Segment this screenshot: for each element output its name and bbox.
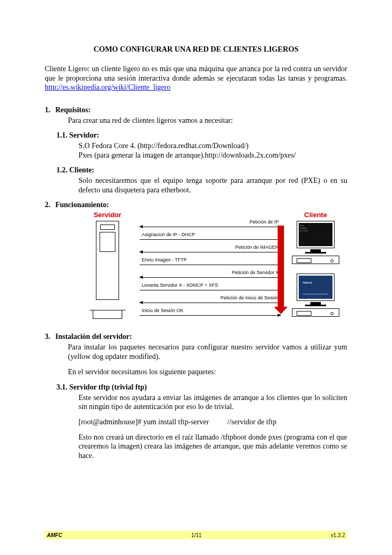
flow-label: Asignacion de IP - DHCP [142,232,195,237]
section-3-1-p1: Este servidor nos ayudara a enviar las i… [45,393,347,412]
document-page: COMO CONFIGURAR UNA RED DE CLIENTES LIGE… [0,0,392,460]
flow-row: Inicio de Sesión OK [140,307,281,319]
section-3-title: Instalación del servidor: [55,333,132,340]
flow-row: Petición de IMAGEN [140,244,281,256]
flow-label: Petición de IP [249,219,279,225]
flow-arrow-line [140,277,281,278]
section-1-1-line2: Pxes (para generar la imagen de arranque… [79,151,296,159]
flow-label: Petición de Inicio de Sesión [220,295,279,300]
server-tower-icon [95,221,120,309]
section-3-p2: En el servidor necesitamos los siguiente… [45,367,347,377]
section-1-2-title: Cliente: [70,166,94,174]
section-1-body: Para crear una red de clientes ligeros v… [45,116,347,125]
section-3-heading: 3.Instalación del servidor: [45,333,347,341]
flow-row: Petición de Servidor X [140,269,281,281]
page-footer: AMFC 1/11 v1.3.2 [45,531,347,539]
flow-label: Petición de Servidor X [232,270,279,275]
flow-arrow-line [140,227,281,227]
flow-row: Levanta Servidor X - XDMCP + XFS [140,281,281,294]
diagram-server-column: Servidor [79,211,136,309]
intro-paragraph: Cliente Ligero: un cliente ligero no es … [45,64,347,92]
section-1-1-heading: 1.1. Servidor: [45,131,347,140]
section-1-heading: 1.Requisitos: [45,106,347,114]
section-2-title: Funcionamiento: [55,201,109,209]
section-1-num: 1. [45,106,55,114]
section-1-1-line1: S.O Fedora Core 4. (http://fedora.redhat… [79,142,249,150]
footer-version: v1.3.2 [331,532,345,538]
footer-page: 1/11 [62,532,331,538]
red-arrow-icon [278,226,284,307]
intro-text: Cliente Ligero: un cliente ligero no es … [45,65,347,82]
page-title: COMO CONFIGURAR UNA RED DE CLIENTES LIGE… [45,45,347,54]
flow-arrow-line [140,290,281,290]
diagram-client-label: Cliente [284,211,347,219]
flow-row: Envio Imagen - TFTP [140,256,281,269]
section-1-2-num: 1.2. [56,166,67,174]
section-2-heading: 2.Funcionamiento: [45,201,347,209]
diagram-client-column: Cliente boot:loading...pxe client fedora [284,211,347,326]
section-1-1-title: Servidor: [70,131,100,139]
section-1-2-body: Solo necesitaremos que el equipo tenga s… [45,176,347,194]
section-3-1-command: [root@adminhouse]# yum install tftp-serv… [45,418,347,426]
section-3-p1: Para instalar los paquetes necesarios pa… [45,343,347,361]
command-text: [root@adminhouse]# yum install tftp-serv… [79,418,209,426]
flow-label: Envio Imagen - TFTP [142,257,187,262]
section-3-num: 3. [45,333,55,341]
diagram: Servidor Petición de IPAsignacion de IP … [45,211,347,326]
flow-label: Inicio de Sesión OK [142,308,183,313]
footer-author: AMFC [47,532,62,538]
section-3-1-num: 3.1. [56,383,67,391]
section-2-num: 2. [45,201,55,209]
section-1-1-body: S.O Fedora Core 4. (http://fedora.redhat… [45,141,347,160]
section-3-1-p2: Esto nos creará un directorio en el raíz… [45,433,347,461]
client-pc-top-icon: boot:loading...pxe client [292,221,339,264]
section-3-1-title: Servidor tftp (trivial ftp) [70,383,147,391]
flow-arrow-line [140,252,281,252]
flow-arrow-line [140,239,281,240]
flow-arrow-line [140,265,281,265]
flow-row: Asignacion de IP - DHCP [140,231,281,244]
flow-row: Petición de IP [140,218,281,231]
section-1-1-num: 1.1. [56,131,67,139]
wiki-link[interactable]: http://es.wikipedia.org/wiki/Cliente_lig… [45,83,171,91]
section-1-title: Requisitos: [55,106,91,114]
flow-arrow-line [140,303,281,303]
diagram-server-label: Servidor [79,211,136,219]
flow-label: Levanta Servidor X - XDMCP + XFS [142,283,218,288]
flow-label: Petición de IMAGEN [235,245,279,250]
diagram-flows: Petición de IPAsignacion de IP - DHCPPet… [136,211,284,319]
client-pc-bottom-icon: fedora [292,274,339,317]
command-comment: //servidor de tftp [227,418,276,426]
flow-row: Petición de Inicio de Sesión [140,294,281,307]
section-3-1-heading: 3.1. Servidor tftp (trivial ftp) [45,383,347,392]
flow-arrow-line [140,315,281,316]
section-1-2-heading: 1.2. Cliente: [45,166,347,174]
